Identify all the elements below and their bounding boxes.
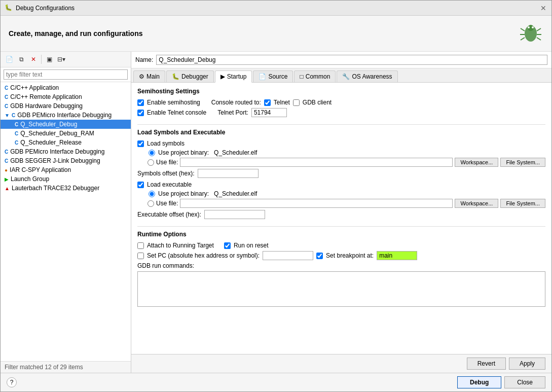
- file-system-button-1[interactable]: File System...: [500, 158, 545, 167]
- tab-debugger[interactable]: 🐛 Debugger: [166, 70, 214, 82]
- enable-semihosting-checkbox[interactable]: [137, 99, 144, 106]
- use-project-binary-label: Use project binary:: [158, 149, 209, 156]
- tab-common[interactable]: □ Common: [294, 70, 336, 82]
- apply-button[interactable]: Apply: [509, 358, 545, 370]
- tree-item-q-scheduler-debug[interactable]: C Q_Scheduler_Debug: [1, 120, 131, 129]
- q-scheduler-debug-icon: C: [15, 122, 18, 127]
- new-config-button[interactable]: 📄: [4, 54, 15, 65]
- use-project-binary2-radio[interactable]: [149, 191, 155, 197]
- executable-offset-input[interactable]: [204, 210, 265, 219]
- telnet-checkbox[interactable]: [264, 99, 271, 106]
- load-symbols-checkbox[interactable]: [137, 140, 144, 147]
- filter-config-button[interactable]: ▣: [44, 54, 55, 65]
- semihosting-section-label: Semihosting Settings: [137, 88, 545, 95]
- gdb-hw-label: GDB Hardware Debugging: [10, 102, 83, 110]
- tree-item-q-scheduler-release[interactable]: C Q_Scheduler_Release: [1, 138, 131, 147]
- title-bar-icon: 🐛: [5, 4, 13, 12]
- svg-line-5: [537, 28, 541, 31]
- set-pc-checkbox[interactable]: [137, 253, 144, 259]
- tab-main[interactable]: ⚙ Main: [133, 70, 165, 82]
- attach-running-checkbox[interactable]: [137, 242, 144, 249]
- project-binary-value: Q_Scheduler.elf: [214, 149, 257, 156]
- run-on-reset-row: Run on reset: [224, 242, 269, 249]
- run-on-reset-label: Run on reset: [234, 242, 269, 249]
- executable-offset-label: Executable offset (hex):: [137, 211, 201, 218]
- file-system-button-2[interactable]: File System...: [500, 199, 545, 208]
- tree-item-lauterbach[interactable]: ▲ Lauterbach TRACE32 Debugger: [1, 184, 131, 193]
- enable-semihosting-row: Enable semihosting Console routed to: Te…: [137, 99, 545, 106]
- tree-item-cpp-remote[interactable]: C C/C++ Remote Application: [1, 92, 131, 101]
- workspace-button-1[interactable]: Workspace...: [455, 158, 498, 167]
- console-routed-label: Console routed to:: [211, 99, 261, 106]
- load-symbols-checkbox-row: Load symbols: [137, 140, 545, 147]
- tree-item-gdb-segger[interactable]: C GDB SEGGER J-Link Debugging: [1, 156, 131, 165]
- use-file-input[interactable]: [180, 158, 453, 167]
- config-tree: C C/C++ Application C C/C++ Remote Appli…: [1, 82, 131, 361]
- q-scheduler-release-label: Q_Scheduler_Release: [20, 139, 82, 146]
- set-pc-row: Set PC (absolute hex address or symbol):…: [137, 251, 545, 260]
- tab-source[interactable]: 📄 Source: [253, 70, 293, 82]
- filter-input[interactable]: [4, 69, 128, 80]
- content-area: 📄 ⧉ ✕ ▣ ⊟▾ C C/C++ Application C C/C++ R…: [1, 52, 551, 373]
- gdb-run-label-row: GDB run commands:: [137, 262, 545, 269]
- use-file2-radio[interactable]: [148, 200, 154, 207]
- gdb-client-label: GDB client: [303, 99, 332, 106]
- duplicate-config-button[interactable]: ⧉: [16, 54, 27, 65]
- tab-startup[interactable]: ▶ Startup: [215, 70, 252, 83]
- help-button[interactable]: ?: [7, 377, 17, 387]
- use-project-binary2-row: Use project binary: Q_Scheduler.elf: [137, 190, 545, 197]
- use-file-radio[interactable]: [148, 159, 154, 166]
- tree-item-iar-cspy[interactable]: ● IAR C-SPY Application: [1, 165, 131, 174]
- runtime-section: Runtime Options Attach to Running Target…: [137, 231, 545, 308]
- collapse-all-button[interactable]: ⊟▾: [56, 54, 67, 65]
- tree-item-gdb-pemicro2[interactable]: C GDB PEMicro Interface Debugging: [1, 147, 131, 156]
- q-scheduler-ram-icon: C: [15, 131, 18, 136]
- filter-status: Filter matched 12 of 29 items: [1, 361, 131, 373]
- title-bar-text: Debug Configurations: [16, 5, 539, 12]
- divider-2: [137, 226, 545, 227]
- tree-item-cpp-app[interactable]: C C/C++ Application: [1, 83, 131, 92]
- use-project-binary-radio[interactable]: [149, 150, 155, 156]
- revert-button[interactable]: Revert: [467, 358, 506, 370]
- use-file-label: Use file:: [156, 159, 178, 166]
- svg-point-8: [528, 26, 530, 28]
- cpp-remote-icon: C: [5, 94, 8, 100]
- debug-button[interactable]: Debug: [457, 376, 501, 388]
- name-input[interactable]: [156, 55, 547, 65]
- set-breakpoint-checkbox[interactable]: [316, 253, 323, 259]
- enable-telnet-checkbox[interactable]: [137, 110, 144, 116]
- tree-item-gdb-pemicro[interactable]: ▼ C GDB PEMicro Interface Debugging: [1, 111, 131, 120]
- gdb-run-textarea[interactable]: [137, 271, 545, 307]
- source-tab-label: Source: [268, 73, 287, 80]
- load-symbols-section-label: Load Symbols and Executable: [137, 129, 545, 136]
- gdb-run-label: GDB run commands:: [137, 262, 194, 269]
- tree-item-gdb-hw[interactable]: C GDB Hardware Debugging: [1, 101, 131, 111]
- semihosting-section: Semihosting Settings Enable semihosting …: [137, 88, 545, 117]
- set-breakpoint-input[interactable]: [377, 251, 417, 260]
- launch-group-label: Launch Group: [11, 175, 49, 183]
- footer-bar: ? Debug Close: [1, 373, 551, 391]
- tab-os-awareness[interactable]: 🔧 OS Awareness: [337, 70, 397, 82]
- tree-item-launch-group[interactable]: ▶ Launch Group: [1, 174, 131, 184]
- source-tab-icon: 📄: [259, 73, 266, 80]
- gdb-client-checkbox[interactable]: [293, 99, 300, 106]
- telnet-port-input[interactable]: [251, 108, 287, 117]
- use-file2-input[interactable]: [180, 199, 453, 208]
- close-button[interactable]: Close: [504, 376, 545, 388]
- load-executable-checkbox[interactable]: [137, 182, 144, 188]
- use-file-row: Use file: Workspace... File System...: [137, 158, 545, 167]
- run-on-reset-checkbox[interactable]: [224, 242, 231, 249]
- delete-config-button[interactable]: ✕: [28, 54, 39, 65]
- workspace-button-2[interactable]: Workspace...: [455, 199, 498, 208]
- symbols-offset-input[interactable]: [198, 169, 259, 178]
- startup-panel: Semihosting Settings Enable semihosting …: [131, 83, 551, 354]
- telnet-label: Telnet: [274, 99, 290, 106]
- use-project-binary-row: Use project binary: Q_Scheduler.elf: [137, 149, 545, 156]
- set-pc-input[interactable]: [263, 251, 313, 260]
- left-panel: 📄 ⧉ ✕ ▣ ⊟▾ C C/C++ Application C C/C++ R…: [1, 52, 131, 373]
- tree-item-q-scheduler-ram[interactable]: C Q_Scheduler_Debug_RAM: [1, 129, 131, 138]
- attach-running-row: Attach to Running Target: [137, 242, 214, 249]
- title-bar-close-button[interactable]: ✕: [539, 4, 547, 12]
- filter-status-text: Filter matched 12 of 29 items: [5, 364, 83, 371]
- svg-line-7: [537, 38, 541, 40]
